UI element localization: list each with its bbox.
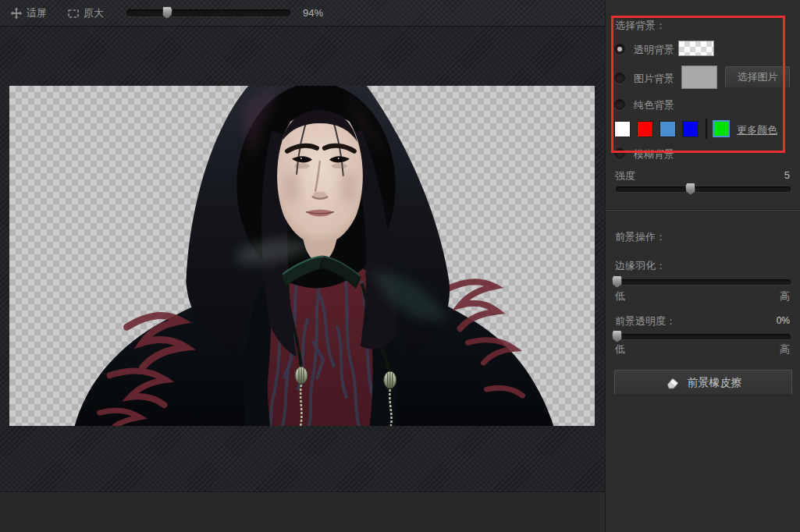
zoom-percent: 94%	[303, 7, 323, 19]
feather-high-label: 高	[780, 289, 790, 303]
color-swatch-white[interactable]	[614, 121, 631, 137]
foreground-section-title: 前景操作：	[615, 230, 666, 244]
radio-solid-background[interactable]	[614, 99, 625, 110]
radio-blur-background[interactable]	[614, 148, 625, 159]
radio-image-background[interactable]	[614, 73, 625, 83]
more-colors-link[interactable]: 更多颜色	[737, 123, 777, 137]
fit-screen-button[interactable]: 适屏	[10, 6, 47, 20]
background-section-title: 选择背景：	[615, 19, 666, 33]
fit-screen-icon	[10, 7, 23, 20]
feather-slider[interactable]	[616, 279, 791, 285]
original-size-label: 原大	[84, 6, 104, 20]
action-bar: 确定 另存为 返回抠图 取消	[0, 491, 605, 532]
image-background-label: 图片背景	[634, 72, 674, 86]
strength-value: 5	[784, 169, 790, 181]
swatch-divider	[706, 119, 707, 139]
view-toolbar: 适屏 原大 94%	[0, 0, 605, 27]
image-preview-swatch	[681, 66, 717, 89]
opacity-low-label: 低	[615, 342, 625, 356]
settings-panel: 选择背景： 透明背景 图片背景 选择图片 纯色背景 更多颜色 模糊背景 强度 5…	[605, 0, 800, 532]
background-editor-window: 适屏 原大 94%	[0, 0, 800, 532]
feather-low-label: 低	[615, 289, 625, 303]
solid-background-label: 纯色背景	[634, 98, 674, 112]
canvas-preview[interactable]	[9, 86, 595, 426]
panel-divider	[606, 210, 800, 211]
opacity-slider-thumb[interactable]	[612, 330, 622, 342]
color-swatch-red[interactable]	[637, 121, 653, 137]
original-size-button[interactable]: 原大	[67, 6, 104, 20]
foreground-eraser-button[interactable]: 前景橡皮擦	[614, 370, 792, 395]
color-swatch-steelblue[interactable]	[660, 121, 676, 137]
zoom-slider-thumb[interactable]	[162, 6, 172, 19]
color-swatch-blue[interactable]	[682, 121, 699, 137]
color-swatch-green[interactable]	[713, 120, 730, 137]
opacity-high-label: 高	[780, 342, 790, 356]
original-size-icon	[67, 7, 80, 20]
transparent-preview-swatch	[678, 41, 714, 56]
feather-label: 边缘羽化：	[615, 259, 666, 273]
eraser-icon	[665, 376, 681, 389]
opacity-slider[interactable]	[616, 334, 791, 339]
opacity-value: 0%	[777, 315, 790, 326]
feather-slider-thumb[interactable]	[612, 275, 622, 288]
subject-image	[9, 86, 595, 426]
zoom-slider[interactable]	[126, 9, 290, 16]
eraser-button-label: 前景橡皮擦	[688, 376, 742, 390]
blur-background-label: 模糊背景	[634, 147, 674, 161]
choose-image-button[interactable]: 选择图片	[725, 66, 790, 88]
strength-slider-thumb[interactable]	[685, 183, 695, 195]
strength-label: 强度	[615, 169, 635, 183]
strength-slider[interactable]	[616, 186, 791, 192]
radio-transparent-background[interactable]	[614, 44, 625, 55]
fit-screen-label: 适屏	[27, 6, 47, 20]
workspace: 适屏 原大 94%	[0, 0, 605, 532]
transparent-background-label: 透明背景	[634, 43, 674, 57]
opacity-label: 前景透明度：	[615, 314, 676, 328]
